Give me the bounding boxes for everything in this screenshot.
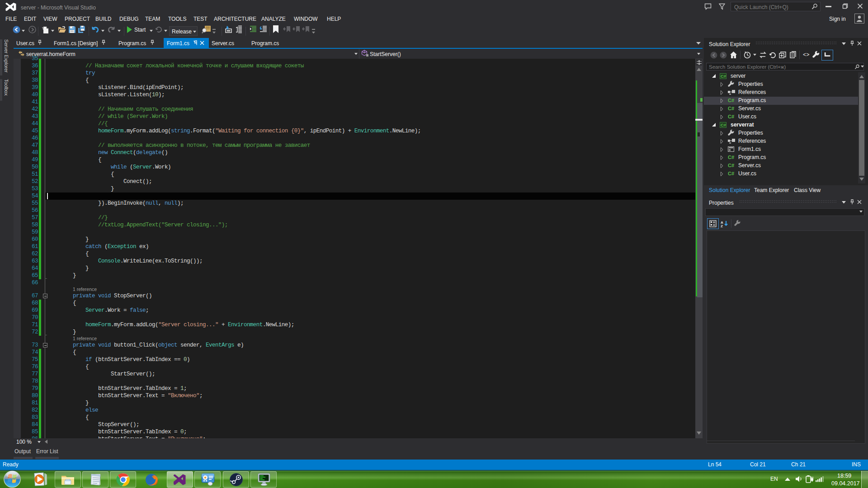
svg-text:Z: Z bbox=[721, 224, 723, 227]
